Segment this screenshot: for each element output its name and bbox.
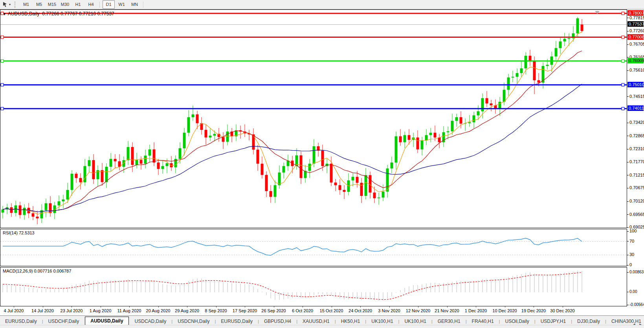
timeframe-button-M1[interactable]: M1: [20, 0, 32, 9]
mt4-window: ▾ M1M5M15M30H1H4D1W1MN ▼AUDUSD,Daily 0.7…: [0, 0, 644, 328]
main-chart-panel[interactable]: ▼AUDUSD,Daily 0.77266 0.77767 0.77210 0.…: [0, 9, 627, 228]
chart-tab-UK100-H1[interactable]: UK100,H1: [366, 318, 398, 325]
date-tick: [216, 306, 217, 308]
date-tick: [303, 306, 303, 308]
date-tick: [72, 306, 72, 308]
axis-tick-label: 100: [627, 228, 637, 234]
timeframe-button-D1[interactable]: D1: [103, 0, 115, 9]
chart-tab-USDJPY-H1[interactable]: USDJPY,H1: [536, 318, 571, 325]
chart-cursor-icon: [2, 2, 8, 7]
axis-tick-label: 0.00: [627, 289, 637, 295]
chart-title: ▼AUDUSD,Daily 0.77266 0.77767 0.77210 0.…: [3, 11, 114, 17]
date-tick: [534, 306, 534, 308]
timeframe-button-H4[interactable]: H4: [85, 0, 97, 9]
axis-tick-label: 0.73420: [627, 120, 644, 125]
level-line-handle-0.77008[interactable]: [622, 36, 624, 39]
level-price-badge: 0.76009: [627, 58, 644, 63]
axis-tick-label: 0.75610: [627, 67, 644, 73]
date-axis[interactable]: 4 Jul 202014 Jul 202023 Jul 20201 Aug 20…: [0, 306, 627, 315]
price-axis[interactable]: 0.778150.772600.767050.761650.756100.745…: [627, 9, 644, 306]
chart-tab-XAUUSD-H1[interactable]: XAUUSD,H1: [297, 318, 335, 325]
axis-tick-label: 0.70675: [627, 185, 644, 190]
rsi-label: RSI(14) 72.5313: [3, 230, 35, 235]
date-tick: [360, 306, 361, 308]
date-tick: [158, 306, 159, 308]
date-tick: [563, 306, 563, 308]
rsi-plot[interactable]: [0, 229, 627, 266]
rsi-indicator-panel[interactable]: RSI(14) 72.5313: [0, 229, 627, 266]
chart-tab-HK50-H1[interactable]: HK50,H1: [336, 318, 365, 325]
level-line-handle-0.78007[interactable]: [622, 12, 624, 15]
axis-tick-label: 0.70120: [627, 198, 644, 204]
chart-tab-DJ30-Daily[interactable]: DJ30,Daily: [572, 318, 605, 325]
chart-tab-UK100-H1[interactable]: UK100,H1: [399, 318, 431, 325]
axis-tick-label: 0.76705: [627, 41, 644, 47]
macd-current-values: 0.007716 0.006787: [34, 269, 71, 273]
axis-tick-label: 0.008633: [627, 269, 644, 275]
chart-symbol-label: AUDUSD,Daily: [8, 11, 40, 17]
axis-tick-label: 0.77260: [627, 28, 644, 33]
macd-plot[interactable]: [0, 267, 627, 306]
chart-tab-USDCNH-Daily[interactable]: USDCNH,Daily: [172, 318, 215, 325]
rsi-current-value: 72.5313: [19, 230, 35, 235]
timeframe-toolbar: ▾ M1M5M15M30H1H4D1W1MN: [0, 0, 644, 9]
rsi-name: RSI(14): [3, 230, 18, 235]
toolbar-separator: [143, 2, 144, 8]
axis-tick-label: -0.005641: [627, 302, 644, 308]
axis-tick-label: 0: [627, 262, 632, 267]
chart-tab-USOil-Daily[interactable]: USOil,Daily: [500, 318, 534, 325]
timeframe-button-MN[interactable]: MN: [128, 0, 141, 9]
status-strip: [0, 325, 644, 328]
date-tick: [101, 306, 101, 308]
macd-indicator-panel[interactable]: MACD(12,26,9) 0.007716 0.006787: [0, 267, 627, 306]
current-price-badge: 0.77537: [627, 21, 644, 27]
chart-tab-EURUSD-Daily[interactable]: EURUSD,Daily: [216, 318, 258, 325]
toolbar-separator: [99, 2, 100, 8]
chart-tab-AUDUSD-Daily[interactable]: AUDUSD,Daily: [85, 317, 128, 325]
chevron-down-icon: ▾: [9, 3, 11, 6]
chart-ohlc-values: 0.77266 0.77767 0.77210 0.77537: [42, 11, 114, 17]
date-tick: [14, 306, 14, 308]
timeframe-button-M5[interactable]: M5: [33, 0, 45, 9]
timeframe-button-H1[interactable]: H1: [72, 0, 84, 9]
chart-tab-USDCAD-Daily[interactable]: USDCAD,Daily: [130, 318, 172, 325]
chart-cursor-tool-button[interactable]: ▾: [0, 0, 12, 9]
chart-tab-GER30-H1[interactable]: GER30,H1: [433, 318, 466, 325]
level-price-badge: 0.74011: [627, 105, 644, 111]
chart-tab-GBPUSD-H4[interactable]: GBPUSD,H4: [259, 318, 296, 325]
level-line-handle-0.74011[interactable]: [1, 107, 4, 110]
timeframe-button-W1[interactable]: W1: [116, 0, 128, 9]
level-price-badge: 0.75010: [627, 82, 644, 87]
level-line-handle-0.75010[interactable]: [1, 83, 4, 86]
level-line-handle-0.76009[interactable]: [1, 60, 4, 63]
timeframe-button-M30[interactable]: M30: [59, 0, 71, 9]
axis-tick-label: 0.69565: [627, 212, 644, 217]
level-line-handle-0.75010[interactable]: [622, 83, 624, 86]
timeframe-button-M15[interactable]: M15: [46, 0, 58, 9]
chart-tab-FRA40-H1[interactable]: FRA40,H1: [467, 318, 499, 325]
axis-tick-label: 0.72865: [627, 133, 644, 138]
one-click-trading-toggle[interactable]: ▼: [3, 12, 6, 16]
date-tick: [332, 306, 332, 308]
macd-name: MACD(12,26,9): [3, 269, 33, 273]
axis-tick-label: 0.71770: [627, 159, 644, 164]
level-line-handle-0.77008[interactable]: [1, 36, 4, 39]
level-price-badge: 0.78007: [627, 10, 644, 16]
date-label: 30 Dec 2020: [545, 308, 580, 313]
chart-tab-EURUSD-Daily[interactable]: EURUSD,Daily: [0, 318, 42, 325]
toolbar-grip[interactable]: [15, 2, 17, 8]
axis-tick-label: 0.71215: [627, 172, 644, 178]
date-tick: [447, 306, 448, 308]
date-tick: [476, 306, 476, 308]
axis-tick-label: 70: [627, 238, 634, 244]
candlestick-chart[interactable]: [0, 10, 627, 228]
date-tick: [389, 306, 390, 308]
level-line-handle-0.74011[interactable]: [622, 107, 624, 110]
chart-tab-USDCHF-Daily[interactable]: USDCHF,Daily: [43, 318, 84, 325]
date-tick: [129, 306, 130, 308]
date-tick: [274, 306, 274, 308]
level-line-handle-0.76009[interactable]: [622, 60, 624, 63]
date-tick: [187, 306, 187, 308]
macd-label: MACD(12,26,9) 0.007716 0.006787: [3, 269, 71, 273]
date-tick: [245, 306, 245, 308]
